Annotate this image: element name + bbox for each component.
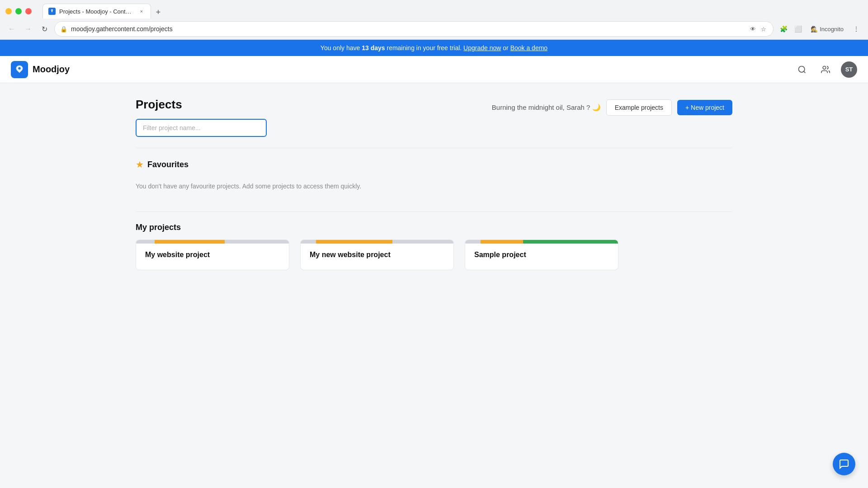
- favourites-title: Favourites: [147, 160, 189, 169]
- my-projects-divider: [136, 211, 732, 212]
- sidebar-icon[interactable]: ⬜: [792, 23, 804, 35]
- active-tab[interactable]: Projects - Moodjoy - Content M ×: [42, 4, 151, 19]
- close-button[interactable]: ×: [25, 8, 32, 14]
- search-icon-button[interactable]: [794, 61, 810, 78]
- tab-title: Projects - Moodjoy - Content M: [59, 8, 134, 15]
- logo-area: Moodjoy: [11, 61, 794, 78]
- favourites-empty-state: You don't have any favourite projects. A…: [136, 177, 732, 195]
- more-options-icon[interactable]: ⋮: [850, 23, 863, 35]
- progress-segment: [225, 240, 289, 244]
- app-header: Moodjoy ST: [0, 56, 868, 83]
- url-input[interactable]: [71, 25, 745, 33]
- project-card[interactable]: Sample project: [465, 239, 618, 270]
- page-title: Projects: [136, 98, 267, 112]
- star-bookmark-icon[interactable]: ☆: [760, 25, 768, 33]
- back-button[interactable]: ←: [5, 23, 18, 35]
- banner-text-middle: remaining in your free trial.: [387, 44, 462, 52]
- new-project-button[interactable]: + New project: [677, 100, 732, 115]
- filter-project-input[interactable]: [136, 119, 267, 137]
- address-bar[interactable]: 🔒 👁 ☆: [54, 21, 774, 37]
- maximize-button[interactable]: +: [15, 8, 22, 14]
- progress-segment: [481, 240, 524, 244]
- header-right: ST: [794, 61, 857, 78]
- page-header-right: Burning the midnight oil, Sarah ? 🌙 Exam…: [492, 98, 732, 116]
- progress-segment: [316, 240, 392, 244]
- incognito-label: Incognito: [820, 26, 844, 33]
- incognito-icon: 🕵️: [811, 26, 818, 33]
- banner-days: 13 days: [362, 44, 385, 52]
- svg-point-1: [823, 66, 826, 69]
- browser-chrome: – + × Projects - Moodjoy - Content M × +…: [0, 0, 868, 40]
- minimize-button[interactable]: –: [5, 8, 12, 14]
- forward-button[interactable]: →: [22, 23, 34, 35]
- svg-point-0: [799, 66, 805, 72]
- favourites-divider: [136, 148, 732, 148]
- lock-icon: 🔒: [60, 26, 67, 33]
- logo-icon[interactable]: [11, 61, 28, 78]
- browser-tabs: Projects - Moodjoy - Content M × +: [39, 4, 168, 19]
- project-progress-bar: [301, 240, 453, 244]
- browser-nav: ← → ↻ 🔒 👁 ☆ 🧩 ⬜ 🕵️ Incognito ⋮: [0, 19, 868, 39]
- new-tab-button[interactable]: +: [152, 6, 165, 19]
- project-card-title: Sample project: [474, 251, 609, 259]
- progress-segment: [301, 240, 316, 244]
- progress-segment: [392, 240, 453, 244]
- chat-button[interactable]: [833, 453, 855, 475]
- favourites-section-header: ★ Favourites: [136, 159, 732, 170]
- banner-or: or: [503, 44, 510, 52]
- progress-segment: [136, 240, 155, 244]
- upgrade-now-link[interactable]: Upgrade now: [463, 44, 501, 52]
- project-progress-bar: [136, 240, 289, 244]
- greeting-text: Burning the midnight oil, Sarah ? 🌙: [492, 103, 601, 112]
- my-projects-section: My projects My website projectMy new web…: [136, 211, 732, 270]
- filter-input-wrapper: [136, 119, 267, 137]
- tab-favicon: [48, 8, 56, 15]
- projects-grid: My website projectMy new website project…: [136, 239, 732, 270]
- progress-segment: [155, 240, 225, 244]
- project-card-title: My website project: [145, 251, 280, 259]
- reload-button[interactable]: ↻: [38, 23, 51, 35]
- extensions-icon[interactable]: 🧩: [777, 23, 790, 35]
- app-name: Moodjoy: [33, 64, 70, 75]
- progress-segment: [523, 240, 618, 244]
- book-demo-link[interactable]: Book a demo: [510, 44, 548, 52]
- my-projects-header: My projects: [136, 223, 732, 232]
- project-progress-bar: [465, 240, 618, 244]
- project-card[interactable]: My new website project: [300, 239, 454, 270]
- trial-banner: You only have 13 days remaining in your …: [0, 40, 868, 56]
- team-icon-button[interactable]: [817, 61, 834, 78]
- tab-close-button[interactable]: ×: [138, 8, 145, 15]
- eye-off-icon[interactable]: 👁: [749, 25, 757, 33]
- banner-text-prefix: You only have: [321, 44, 362, 52]
- browser-right-buttons: 🧩 ⬜ 🕵️ Incognito ⋮: [777, 23, 863, 35]
- page-header-left: Projects: [136, 98, 267, 137]
- star-icon: ★: [136, 159, 144, 170]
- example-projects-button[interactable]: Example projects: [606, 99, 672, 116]
- project-card-title: My new website project: [310, 251, 444, 259]
- browser-title-bar: – + × Projects - Moodjoy - Content M × +: [0, 0, 868, 19]
- project-card[interactable]: My website project: [136, 239, 289, 270]
- address-bar-icons: 👁 ☆: [749, 25, 768, 33]
- progress-segment: [465, 240, 481, 244]
- page-header: Projects Burning the midnight oil, Sarah…: [136, 98, 732, 137]
- incognito-button[interactable]: 🕵️ Incognito: [806, 24, 848, 34]
- main-content: Projects Burning the midnight oil, Sarah…: [118, 83, 750, 301]
- user-avatar[interactable]: ST: [841, 61, 857, 78]
- favourites-section: ★ Favourites You don't have any favourit…: [136, 148, 732, 195]
- my-projects-title: My projects: [136, 223, 181, 232]
